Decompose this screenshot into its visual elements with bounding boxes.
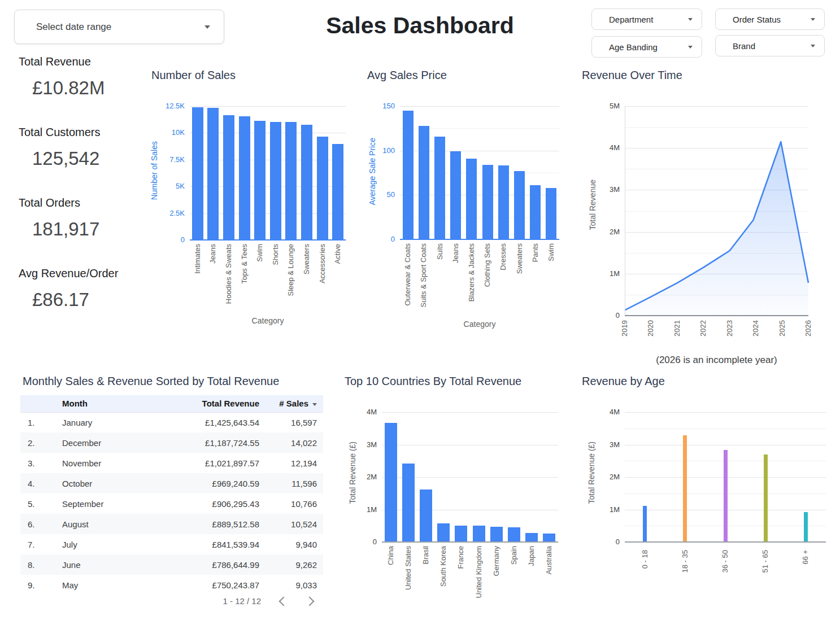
bar-2[interactable] xyxy=(724,450,728,542)
y-tick-label: 150 xyxy=(382,102,395,111)
sales-cell: 14,022 xyxy=(260,432,323,453)
chevron-down-icon xyxy=(811,18,815,21)
bar-3[interactable] xyxy=(764,454,768,542)
y-tick-label: 2M xyxy=(610,228,620,237)
kpi-label: Avg Revenue/Order xyxy=(19,267,118,280)
y-tick-label: 4M xyxy=(367,408,377,417)
bar-6[interactable] xyxy=(285,122,297,240)
col-num-sales[interactable]: # Sales xyxy=(260,395,323,412)
bar-1[interactable] xyxy=(419,126,429,239)
bar-1[interactable] xyxy=(207,108,219,240)
bar-0[interactable] xyxy=(643,506,647,542)
col-month[interactable]: Month xyxy=(54,395,162,412)
y-tick-label: 4M xyxy=(610,143,620,152)
bar-1[interactable] xyxy=(402,464,415,542)
x-category-label: Jeans xyxy=(208,244,217,264)
x-tick-label: 2023 xyxy=(725,320,734,336)
y-axis-title: Number of Sales xyxy=(150,141,159,200)
bar-8[interactable] xyxy=(525,533,538,542)
x-axis-line xyxy=(625,315,808,316)
table-title: Monthly Sales & Revenue Sorted by Total … xyxy=(23,375,279,388)
bar-0[interactable] xyxy=(192,107,203,240)
bar-0[interactable] xyxy=(385,423,397,542)
x-axis-line xyxy=(625,541,826,543)
bar-6[interactable] xyxy=(498,165,509,239)
filter-order-status[interactable]: Order Status xyxy=(715,8,825,30)
revenue-cell: £786,644.99 xyxy=(162,554,260,575)
rank-cell: 3. xyxy=(20,453,54,473)
bar-4[interactable] xyxy=(455,526,467,542)
sales-cell: 9,262 xyxy=(260,554,323,575)
bar-4[interactable] xyxy=(254,121,266,240)
bar-3[interactable] xyxy=(450,151,461,239)
bar-7[interactable] xyxy=(514,171,525,239)
number-of-sales-plot[interactable]: 02.5K5K7.5K10K12.5KIntimatesJeansHoodies… xyxy=(190,106,346,240)
bar-8[interactable] xyxy=(530,185,541,239)
table-row: 6.August£889,512.5810,524 xyxy=(20,514,323,534)
x-category-label: 51 - 65 xyxy=(761,550,769,572)
avg-sales-price-plot[interactable]: 050100150Outerwear & CoatsSuits & Sport … xyxy=(400,106,559,239)
x-category-label: Blazers & Jackets xyxy=(467,243,476,301)
gridline xyxy=(382,445,558,445)
y-tick-label: 0 xyxy=(181,235,185,244)
bar-9[interactable] xyxy=(543,534,555,542)
bar-6[interactable] xyxy=(490,527,503,542)
bar-3[interactable] xyxy=(239,116,250,240)
area-fill xyxy=(625,142,808,316)
chevron-down-icon xyxy=(811,45,815,47)
filter-label: Age Banding xyxy=(609,42,658,52)
x-tick-label: 2022 xyxy=(699,320,707,336)
month-cell: November xyxy=(54,453,162,473)
month-cell: October xyxy=(54,473,162,493)
bar-3[interactable] xyxy=(437,523,450,542)
table-row: 7.July£841,539.949,940 xyxy=(20,534,323,554)
x-tick-label: 2020 xyxy=(646,320,655,336)
x-tick-label: 2026 xyxy=(804,320,812,336)
x-category-label: 0 - 18 xyxy=(641,550,649,569)
bar-5[interactable] xyxy=(482,165,493,239)
bar-1[interactable] xyxy=(683,435,687,542)
revenue-over-time-plot[interactable]: 01M2M3M4M5M20192020202120222023202420252… xyxy=(625,106,808,316)
kpi-label: Total Revenue xyxy=(19,55,105,68)
x-category-label: Sweaters xyxy=(515,243,524,274)
bar-5[interactable] xyxy=(270,122,281,240)
filter-age-banding[interactable]: Age Banding xyxy=(591,36,702,58)
rank-cell: 6. xyxy=(20,514,54,534)
bar-8[interactable] xyxy=(317,137,328,240)
bar-4[interactable] xyxy=(804,512,808,542)
previous-page-icon[interactable] xyxy=(279,596,289,606)
y-tick-label: 1M xyxy=(367,505,377,514)
bar-5[interactable] xyxy=(473,526,485,542)
bar-2[interactable] xyxy=(434,137,445,240)
next-page-icon[interactable] xyxy=(305,596,315,606)
y-tick-label: 100 xyxy=(382,146,395,155)
filter-brand[interactable]: Brand xyxy=(715,35,825,56)
bar-2[interactable] xyxy=(420,489,432,542)
month-cell: August xyxy=(54,514,162,534)
pagination-label: 1 - 12 / 12 xyxy=(223,596,261,606)
rank-cell: 1. xyxy=(20,412,54,432)
x-axis-line xyxy=(400,239,559,240)
sort-desc-icon xyxy=(312,403,317,406)
y-tick-label: 50 xyxy=(387,190,395,199)
revenue-cell: £1,425,643.54 xyxy=(162,412,260,432)
x-category-label: Hoodies & Sweats xyxy=(224,244,233,304)
bar-4[interactable] xyxy=(466,159,477,239)
filter-department[interactable]: Department xyxy=(591,8,702,30)
x-category-label: United States xyxy=(404,546,412,590)
date-range-selector[interactable]: Select date range xyxy=(14,10,224,44)
month-cell: January xyxy=(54,412,162,432)
revenue-by-age-plot[interactable]: 01M2M3M4M0 - 1818 - 3536 - 5051 - 6566 + xyxy=(625,412,826,542)
bar-9[interactable] xyxy=(332,144,343,240)
bar-7[interactable] xyxy=(301,125,312,240)
bar-0[interactable] xyxy=(403,111,414,239)
bar-9[interactable] xyxy=(546,188,556,239)
bar-7[interactable] xyxy=(508,527,520,542)
y-tick-label: 3M xyxy=(610,440,620,449)
gridline xyxy=(190,106,346,107)
x-category-label: Suits xyxy=(436,243,444,260)
sales-cell: 11,596 xyxy=(260,473,323,493)
bar-2[interactable] xyxy=(223,115,234,240)
col-total-revenue[interactable]: Total Revenue xyxy=(162,395,260,412)
top-countries-plot[interactable]: 01M2M3M4MChinaUnited StatesBrasilSouth K… xyxy=(382,412,558,542)
